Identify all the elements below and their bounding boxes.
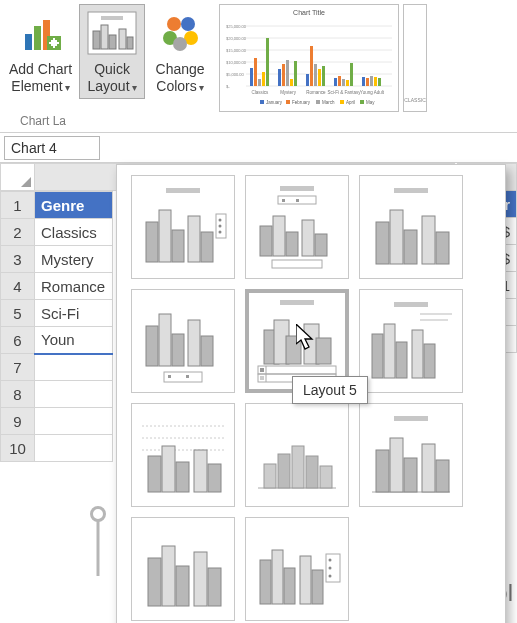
- ribbon-group-label: Chart La: [20, 114, 66, 128]
- add-chart-element-button[interactable]: Add ChartElement▾: [4, 4, 77, 99]
- svg-rect-97: [436, 232, 449, 264]
- svg-rect-121: [384, 324, 395, 378]
- svg-text:February: February: [292, 100, 311, 105]
- cell[interactable]: [35, 435, 113, 462]
- row-header[interactable]: 4: [1, 273, 35, 300]
- chart-style-preview-2[interactable]: CLASSIC: [403, 4, 427, 112]
- svg-rect-147: [162, 546, 175, 606]
- dropdown-icon: ▾: [65, 82, 70, 93]
- svg-rect-69: [360, 100, 364, 104]
- svg-rect-9: [93, 31, 100, 49]
- svg-text:January: January: [266, 100, 283, 105]
- svg-rect-144: [422, 444, 435, 492]
- layout-option-6[interactable]: [359, 289, 463, 393]
- svg-rect-98: [146, 326, 158, 366]
- svg-rect-112: [258, 366, 336, 374]
- cell[interactable]: Youn: [35, 327, 113, 354]
- cell[interactable]: [35, 354, 113, 381]
- cell[interactable]: [35, 408, 113, 435]
- svg-rect-37: [282, 64, 285, 86]
- layout-option-7[interactable]: [131, 403, 235, 507]
- tooltip-label: Layout 5: [303, 382, 357, 398]
- cell[interactable]: Sci-Fi: [35, 300, 113, 327]
- row-header[interactable]: 8: [1, 381, 35, 408]
- layout-option-11[interactable]: [245, 517, 349, 621]
- svg-rect-151: [260, 560, 271, 604]
- layout-option-2[interactable]: [245, 175, 349, 279]
- quick-layout-button[interactable]: QuickLayout▾: [79, 4, 145, 99]
- row-header[interactable]: 1: [1, 192, 35, 219]
- svg-text:$20,000.00: $20,000.00: [226, 36, 247, 41]
- svg-rect-106: [280, 300, 314, 305]
- svg-text:Young Adult: Young Adult: [360, 90, 385, 95]
- svg-rect-143: [404, 458, 417, 492]
- name-box[interactable]: Chart 4: [4, 136, 100, 160]
- svg-rect-104: [168, 375, 171, 378]
- layout-option-9[interactable]: [359, 403, 463, 507]
- name-box-row: Chart 4: [0, 133, 517, 163]
- svg-rect-92: [394, 188, 428, 193]
- layout-option-4[interactable]: [131, 289, 235, 393]
- layout-option-1[interactable]: [131, 175, 235, 279]
- svg-rect-86: [260, 226, 272, 256]
- svg-rect-94: [390, 210, 403, 264]
- svg-rect-152: [272, 550, 283, 604]
- svg-point-18: [173, 37, 187, 51]
- svg-rect-101: [188, 320, 200, 366]
- cell-genre-header[interactable]: Genre: [35, 192, 113, 219]
- svg-rect-111: [316, 338, 331, 364]
- chart-style-preview-1[interactable]: Chart Title $25,000.00$20,000.00 $15,000…: [219, 4, 399, 112]
- cell[interactable]: [35, 381, 113, 408]
- svg-rect-90: [315, 234, 327, 256]
- svg-rect-132: [208, 464, 221, 492]
- change-colors-icon: [152, 7, 208, 59]
- svg-rect-123: [412, 330, 423, 378]
- cell[interactable]: Classics: [35, 219, 113, 246]
- layout-option-3[interactable]: [359, 175, 463, 279]
- row-header[interactable]: 5: [1, 300, 35, 327]
- svg-point-157: [329, 559, 332, 562]
- change-colors-label: ChangeColors: [156, 61, 205, 94]
- row-header[interactable]: 10: [1, 435, 35, 462]
- svg-point-159: [329, 575, 332, 578]
- svg-text:$15,000.00: $15,000.00: [226, 48, 247, 53]
- svg-rect-150: [208, 568, 221, 606]
- svg-point-81: [219, 231, 222, 234]
- svg-rect-51: [362, 77, 365, 86]
- add-chart-element-icon: [13, 7, 69, 59]
- row-header[interactable]: 2: [1, 219, 35, 246]
- cell[interactable]: Mystery: [35, 246, 113, 273]
- svg-rect-48: [342, 79, 345, 86]
- svg-rect-49: [346, 80, 349, 86]
- svg-rect-34: [262, 72, 265, 86]
- svg-rect-31: [250, 68, 253, 86]
- name-box-value: Chart 4: [11, 140, 57, 156]
- row-header[interactable]: 9: [1, 408, 35, 435]
- cursor-icon: [296, 324, 318, 352]
- change-colors-button[interactable]: ChangeColors▾: [147, 4, 213, 99]
- dropdown-icon: ▾: [132, 82, 137, 93]
- svg-rect-141: [376, 450, 389, 492]
- select-all-corner[interactable]: [1, 164, 35, 191]
- svg-text:Classics: Classics: [252, 90, 270, 95]
- svg-rect-130: [176, 462, 189, 492]
- svg-text:May: May: [366, 100, 375, 105]
- svg-rect-156: [326, 554, 340, 582]
- svg-marker-160: [296, 324, 312, 349]
- svg-rect-134: [264, 464, 276, 488]
- svg-rect-128: [148, 456, 161, 492]
- svg-rect-33: [258, 79, 261, 86]
- svg-rect-45: [322, 66, 325, 86]
- row-header[interactable]: 7: [1, 354, 35, 381]
- layout-option-10[interactable]: [131, 517, 235, 621]
- quick-layout-icon: [84, 7, 140, 59]
- row-header[interactable]: 6: [1, 327, 35, 354]
- svg-rect-137: [306, 456, 318, 488]
- svg-rect-122: [396, 342, 407, 378]
- svg-rect-124: [424, 344, 435, 378]
- svg-rect-115: [260, 368, 264, 372]
- svg-rect-131: [194, 450, 207, 492]
- layout-option-8[interactable]: [245, 403, 349, 507]
- cell[interactable]: Romance: [35, 273, 113, 300]
- row-header[interactable]: 3: [1, 246, 35, 273]
